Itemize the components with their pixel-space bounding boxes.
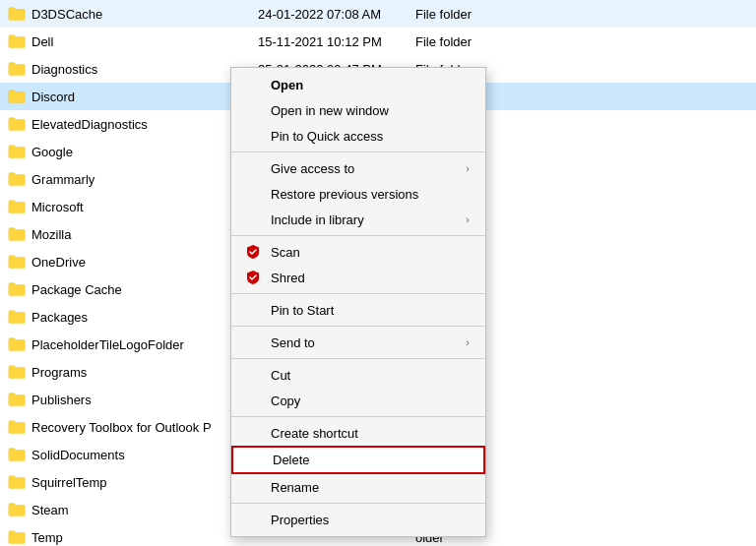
file-date: 15-11-2021 10:12 PM: [258, 34, 415, 49]
folder-icon: [8, 32, 26, 50]
menu-item-send-to[interactable]: Send to›: [231, 330, 485, 355]
menu-item-include-library[interactable]: Include in library›: [231, 207, 485, 232]
file-name: Grammarly: [32, 172, 258, 187]
file-name: Microsoft: [32, 200, 258, 214]
menu-label-delete: Delete: [273, 453, 468, 467]
submenu-arrow-icon: ›: [466, 213, 470, 225]
file-name: Diagnostics: [32, 62, 258, 77]
folder-icon: [8, 60, 26, 78]
menu-label-cut: Cut: [271, 368, 470, 383]
menu-label-send-to: Send to: [271, 335, 466, 350]
menu-label-copy: Copy: [271, 394, 470, 408]
folder-icon: [8, 335, 26, 353]
file-name: Temp: [32, 530, 258, 545]
folder-icon: [8, 225, 26, 243]
file-name: Programs: [32, 365, 258, 380]
folder-icon: [8, 253, 26, 271]
folder-icon: [8, 528, 26, 546]
file-name: Publishers: [32, 393, 258, 407]
menu-label-restore-prev: Restore previous versions: [271, 187, 470, 202]
menu-label-open-new-window: Open in new window: [271, 103, 470, 118]
file-name: SolidDocuments: [32, 448, 258, 462]
menu-separator: [231, 235, 485, 236]
folder-icon: [8, 280, 26, 298]
file-name: Packages: [32, 310, 258, 325]
menu-item-open-new-window[interactable]: Open in new window: [231, 97, 485, 123]
folder-icon: [8, 446, 26, 463]
menu-label-open: Open: [271, 78, 470, 92]
menu-label-pin-start: Pin to Start: [271, 303, 470, 318]
file-name: ElevatedDiagnostics: [32, 117, 258, 132]
file-name: PlaceholderTileLogoFolder: [32, 337, 258, 352]
file-row[interactable]: Dell15-11-2021 10:12 PMFile folder: [0, 28, 756, 55]
menu-label-rename: Rename: [271, 480, 470, 495]
file-name: Recovery Toolbox for Outlook P: [32, 420, 258, 435]
menu-item-open[interactable]: Open: [231, 72, 485, 97]
folder-icon: [8, 501, 26, 518]
folder-icon: [8, 418, 26, 436]
menu-label-scan: Scan: [271, 245, 470, 260]
file-name: Mozilla: [32, 227, 258, 242]
menu-item-properties[interactable]: Properties: [231, 507, 485, 532]
menu-label-shred: Shred: [271, 271, 470, 285]
menu-item-delete[interactable]: Delete: [231, 446, 485, 474]
folder-icon: [8, 170, 26, 188]
context-menu: OpenOpen in new windowPin to Quick acces…: [230, 67, 486, 537]
file-row[interactable]: D3DSCache24-01-2022 07:08 AMFile folder: [0, 0, 756, 28]
menu-separator: [231, 503, 485, 504]
menu-item-scan[interactable]: Scan: [231, 239, 485, 265]
file-name: Google: [32, 145, 258, 159]
menu-separator: [231, 326, 485, 327]
file-type: File folder: [415, 7, 472, 22]
malwarebytes-icon: [243, 244, 263, 260]
file-name: Discord: [32, 90, 258, 104]
menu-separator: [231, 152, 485, 152]
file-name: Steam: [32, 503, 258, 517]
menu-label-properties: Properties: [271, 513, 470, 527]
menu-item-pin-quick[interactable]: Pin to Quick access: [231, 123, 485, 149]
folder-icon: [8, 5, 26, 23]
folder-icon: [8, 308, 26, 326]
folder-icon: [8, 391, 26, 408]
submenu-arrow-icon: ›: [466, 162, 470, 174]
menu-item-copy[interactable]: Copy: [231, 388, 485, 413]
menu-label-give-access: Give access to: [271, 161, 466, 176]
menu-item-give-access[interactable]: Give access to›: [231, 155, 485, 181]
menu-item-cut[interactable]: Cut: [231, 362, 485, 388]
menu-separator: [231, 293, 485, 294]
menu-item-create-shortcut[interactable]: Create shortcut: [231, 420, 485, 446]
file-name: Dell: [32, 34, 258, 49]
file-name: Package Cache: [32, 282, 258, 297]
file-name: D3DSCache: [32, 7, 258, 22]
menu-item-rename[interactable]: Rename: [231, 474, 485, 500]
menu-item-shred[interactable]: Shred: [231, 265, 485, 290]
file-type: File folder: [415, 34, 472, 49]
menu-separator: [231, 416, 485, 417]
menu-label-pin-quick: Pin to Quick access: [271, 129, 470, 144]
folder-icon: [8, 88, 26, 105]
folder-icon: [8, 143, 26, 160]
menu-item-restore-prev[interactable]: Restore previous versions: [231, 181, 485, 207]
menu-label-include-library: Include in library: [271, 212, 466, 227]
menu-item-pin-start[interactable]: Pin to Start: [231, 297, 485, 323]
folder-icon: [8, 115, 26, 133]
file-name: OneDrive: [32, 255, 258, 270]
folder-icon: [8, 473, 26, 491]
folder-icon: [8, 363, 26, 381]
malwarebytes-icon: [243, 270, 263, 285]
file-name: SquirrelTemp: [32, 475, 258, 490]
menu-label-create-shortcut: Create shortcut: [271, 426, 470, 441]
menu-separator: [231, 358, 485, 359]
file-date: 24-01-2022 07:08 AM: [258, 7, 415, 22]
folder-icon: [8, 198, 26, 215]
submenu-arrow-icon: ›: [466, 336, 470, 348]
